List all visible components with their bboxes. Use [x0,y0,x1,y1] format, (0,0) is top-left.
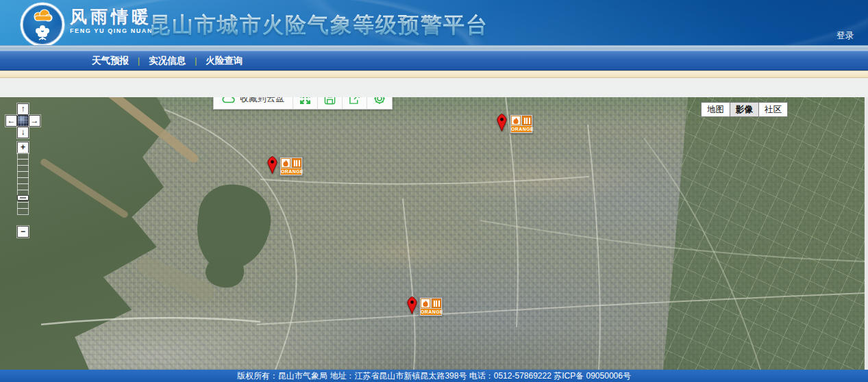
zoom-in-button[interactable]: + [17,142,29,153]
fire-warning-pin[interactable] [266,156,278,174]
farmland-area [659,97,865,370]
fullscreen-icon [299,97,311,105]
nav-item-live-info[interactable]: 实况信息 [149,55,186,67]
save-button[interactable] [317,97,342,109]
map-toolbar: 收藏到云盘 [213,97,393,110]
fire-warning-badge[interactable]: ORANGE [510,114,533,133]
save-to-cloud-button[interactable]: 收藏到云盘 [214,97,293,109]
fullscreen-button[interactable] [293,97,317,109]
fire-warning-badge[interactable]: ORANGE [280,157,303,176]
settings-gear-icon [373,97,386,105]
nav-menu: 天气预报 | 实况信息 | 火险查询 [92,55,243,67]
station-icon [292,158,301,168]
site-logo [21,3,64,47]
fire-warning-pin[interactable] [406,296,418,314]
station-icon [522,116,532,125]
page-title: 昆山市城市火险气象等级预警平台 [149,11,488,40]
layer-button-map[interactable]: 地图 [701,102,730,117]
nav-item-fire-risk-query[interactable]: 火险查询 [206,55,243,67]
sub-nav-strip [0,71,868,78]
warning-level-label: ORANGE [421,309,441,315]
zoom-slider-track[interactable] [17,153,29,215]
flame-icon [511,116,521,125]
settings-button[interactable] [367,97,392,109]
pan-left-button[interactable]: ← [5,115,17,127]
nav-separator: | [195,56,197,66]
share-button[interactable] [342,97,367,109]
nav-separator: | [138,56,140,66]
fire-warning-badge[interactable]: ORANGE [419,297,443,316]
lake [206,256,244,288]
layer-button-community[interactable]: 社区 [758,102,788,117]
zoom-level-step[interactable] [17,208,29,215]
logo-pinyin-text: FENG YU QING NUAN [70,28,153,34]
flame-icon [281,158,290,168]
footer-copyright: 版权所有：昆山市气象局 地址：江苏省昆山市新镇昆太路398号 电话：0512-5… [0,370,868,382]
station-icon [432,298,441,308]
cloud-icon [222,97,236,103]
zoom-slider-handle[interactable] [17,195,29,201]
pan-up-button[interactable]: ↑ [17,103,29,115]
layer-button-satellite[interactable]: 影像 [730,102,759,117]
logo-cloud-flower-icon [29,9,56,40]
app-window: 风雨情暖 FENG YU QING NUAN 昆山市城市火险气象等级预警平台 登… [0,0,868,382]
header-divider-strip [0,45,868,51]
nav-item-weather-forecast[interactable]: 天气预报 [92,55,129,67]
warning-badge-tiles [511,116,532,125]
globe-reset-button[interactable] [17,115,29,127]
logo-wordmark: 风雨情暖 FENG YU QING NUAN [70,8,153,34]
content-gap [0,78,868,97]
warning-level-label: ORANGE [511,126,532,132]
main-navbar: 天气预报 | 实况信息 | 火险查询 [0,51,868,71]
save-to-cloud-label: 收藏到云盘 [240,97,284,105]
warning-level-label: ORANGE [281,168,301,175]
warning-badge-tiles [281,158,301,168]
warning-badge-tiles [421,298,441,308]
pan-right-button[interactable]: → [29,115,40,127]
logo-chinese-text: 风雨情暖 [70,8,153,25]
share-icon [349,97,360,105]
pan-down-button[interactable]: ↓ [17,127,29,138]
zoom-out-button[interactable]: − [17,226,29,238]
header-banner: 风雨情暖 FENG YU QING NUAN 昆山市城市火险气象等级预警平台 登… [0,0,868,45]
map-layer-switcher: 地图 影像 社区 [702,102,788,117]
fire-warning-pin[interactable] [496,114,508,131]
satellite-map[interactable]: 收藏到云盘 [0,97,865,370]
login-link[interactable]: 登录 [836,30,854,42]
flame-icon [421,298,430,308]
save-icon [324,97,336,105]
